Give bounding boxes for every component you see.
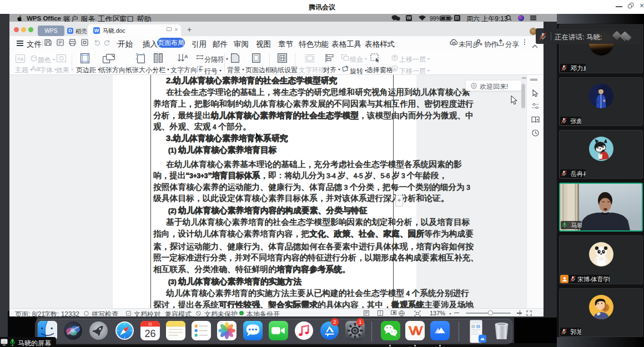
svg-text:26: 26 bbox=[144, 328, 155, 339]
svg-text:11: 11 bbox=[148, 322, 152, 326]
